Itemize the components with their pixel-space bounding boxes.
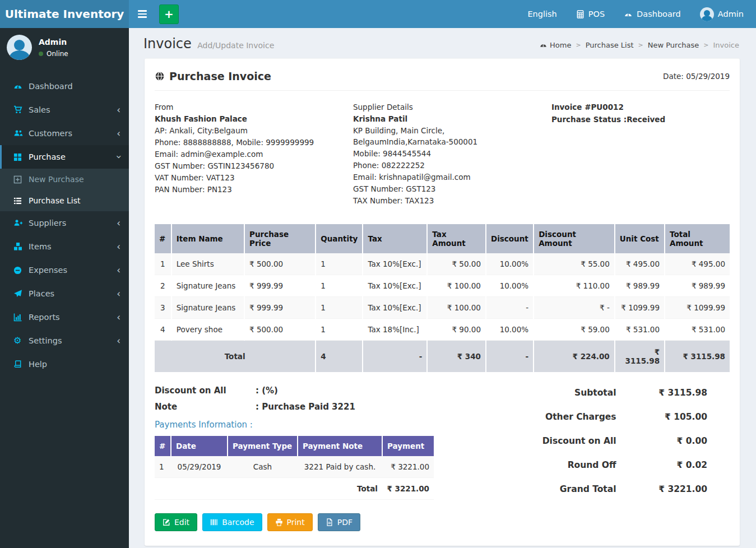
sidebar-item-dashboard[interactable]: Dashboard xyxy=(0,75,129,98)
online-dot-icon xyxy=(39,52,43,56)
sidebar-item-expenses[interactable]: Expenses ‹ xyxy=(0,258,129,282)
breadcrumb-current: Invoice xyxy=(713,41,739,49)
discount-on-all-row: Discount on All : (%) xyxy=(155,386,488,396)
sidebar-item-purchase[interactable]: Purchase ‹ xyxy=(0,145,129,169)
summary-other-charges: Other Charges ₹ 105.00 xyxy=(521,412,707,422)
table-row: 1 05/29/2019 Cash 3221 Paid by cash. ₹ 3… xyxy=(155,456,434,478)
sidebar-item-suppliers[interactable]: Suppliers ‹ xyxy=(0,211,129,235)
avatar xyxy=(7,35,32,60)
payments-table: # Date Payment Type Payment Note Payment… xyxy=(155,436,434,500)
supplier-block: Supplier Details Krishna Patil KP Buildi… xyxy=(353,102,551,207)
table-row: 4 Povery shoe ₹ 500.00 1 Tax 18%[Inc.] ₹… xyxy=(155,318,730,340)
sidebar-item-items[interactable]: Items ‹ xyxy=(0,235,129,258)
from-block: From Khush Fashion Palace AP: Ankali, Ci… xyxy=(155,102,353,207)
user-panel: Admin Online xyxy=(0,28,129,67)
users-icon xyxy=(13,129,29,138)
avatar xyxy=(700,7,714,21)
barcode-button[interactable]: Barcode xyxy=(202,513,262,531)
summary-subtotal: Subtotal ₹ 3115.98 xyxy=(521,388,707,398)
page-subtitle: Add/Update Invoice xyxy=(197,41,274,50)
sidebar-item-sales[interactable]: Sales ‹ xyxy=(0,98,129,122)
page-title: Invoice xyxy=(143,36,192,52)
breadcrumb-home[interactable]: Home xyxy=(540,41,571,49)
table-row: 3 Signature Jeans ₹ 999.99 1 Tax 10%[Exc… xyxy=(155,296,730,318)
chevron-left-icon: ‹ xyxy=(117,107,120,113)
invoice-meta-block: Invoice #PU0012 Purchase Status :Receive… xyxy=(551,102,730,207)
invoice-title: Purchase Invoice xyxy=(155,70,271,82)
breadcrumb-new-purchase[interactable]: New Purchase xyxy=(648,41,699,49)
divider xyxy=(155,90,730,91)
invoice-number: Invoice #PU0012 xyxy=(551,102,718,113)
summary-round-off: Round Off ₹ 0.02 xyxy=(521,460,707,470)
chevron-left-icon: ‹ xyxy=(117,338,120,343)
breadcrumb-purchase-list[interactable]: Purchase List xyxy=(586,41,634,49)
chevron-left-icon: ‹ xyxy=(117,291,120,296)
speedometer-icon xyxy=(13,82,29,91)
brand-logo[interactable]: Ultimate Inventory xyxy=(0,0,129,28)
sidebar-item-purchase-list[interactable]: Purchase List xyxy=(0,190,129,211)
edit-button[interactable]: Edit xyxy=(155,513,197,531)
grid-icon xyxy=(13,153,29,161)
bar-chart-icon xyxy=(13,313,29,322)
breadcrumb-separator: > xyxy=(703,41,708,49)
cart-icon xyxy=(13,105,29,114)
calculator-icon xyxy=(576,10,585,18)
chevron-down-icon: ‹ xyxy=(116,155,122,159)
summary-grand-total: Grand Total ₹ 3221.00 xyxy=(521,484,707,494)
list-icon xyxy=(13,197,29,205)
globe-icon xyxy=(155,71,165,81)
sidebar-item-new-purchase[interactable]: New Purchase xyxy=(0,169,129,190)
barcode-icon xyxy=(210,518,218,526)
print-button[interactable]: Print xyxy=(267,513,313,531)
payments-total-row: Total ₹ 3221.00 xyxy=(155,477,434,499)
sidebar-item-reports[interactable]: Reports ‹ xyxy=(0,305,129,329)
sidebar-item-help[interactable]: Help xyxy=(0,352,129,376)
dashboard-link[interactable]: Dashboard xyxy=(624,10,681,18)
summary-panel: Subtotal ₹ 3115.98 Other Charges ₹ 105.0… xyxy=(521,386,730,531)
printer-icon xyxy=(275,518,283,526)
user-status[interactable]: Online xyxy=(39,50,68,58)
table-row: 2 Signature Jeans ₹ 999.99 1 Tax 10%[Exc… xyxy=(155,275,730,296)
pdf-button[interactable]: PDF xyxy=(318,513,360,531)
payments-heading: Payments Information : xyxy=(155,420,488,430)
paper-plane-icon xyxy=(13,289,29,298)
breadcrumb-separator: > xyxy=(638,41,643,49)
top-navbar: Ultimate Inventory + English POS Dashboa… xyxy=(0,0,756,28)
from-name: Khush Fashion Palace xyxy=(155,114,342,125)
purchase-submenu: New Purchase Purchase List xyxy=(0,169,129,211)
user-menu[interactable]: Admin xyxy=(700,7,744,21)
payments-header-row: # Date Payment Type Payment Note Payment xyxy=(155,436,434,456)
content-area: Invoice Add/Update Invoice Home > Purcha… xyxy=(129,28,756,546)
sidebar-toggle-icon[interactable] xyxy=(129,10,156,18)
cubes-icon xyxy=(13,242,29,251)
plus-square-icon xyxy=(13,175,29,184)
sidebar-item-customers[interactable]: Customers ‹ xyxy=(0,122,129,145)
home-dashboard-icon xyxy=(540,41,547,49)
breadcrumb-separator: > xyxy=(576,41,581,49)
user-plus-icon xyxy=(13,219,29,227)
note-row: Note : Purchase Paid 3221 xyxy=(155,402,488,412)
invoice-date: Date: 05/29/2019 xyxy=(663,72,730,81)
user-name: Admin xyxy=(39,38,68,47)
sidebar: Admin Online Dashboard Sales ‹ Customers xyxy=(0,28,129,548)
gear-icon: ⚙ xyxy=(13,337,29,345)
quick-add-button[interactable]: + xyxy=(159,4,179,24)
chevron-left-icon: ‹ xyxy=(117,267,120,273)
items-total-row: Total 4 - ₹ 340 - ₹ 224.00 ₹ 3115.98 ₹ 3… xyxy=(155,340,730,372)
chevron-left-icon: ‹ xyxy=(117,131,120,136)
pencil-icon xyxy=(163,518,170,526)
minus-circle-icon xyxy=(13,266,29,275)
invoice-panel: Purchase Invoice Date: 05/29/2019 From K… xyxy=(145,58,740,546)
dashboard-icon xyxy=(624,10,633,18)
items-table: # Item Name Purchase Price Quantity Tax … xyxy=(155,224,730,372)
pos-link[interactable]: POS xyxy=(576,10,605,18)
table-row: 1 Lee Shirts ₹ 500.00 1 Tax 10%[Exc.] ₹ … xyxy=(155,253,730,275)
purchase-status: Purchase Status :Received xyxy=(551,114,718,126)
summary-discount-on-all: Discount on All ₹ 0.00 xyxy=(521,436,707,446)
sidebar-item-places[interactable]: Places ‹ xyxy=(0,282,129,305)
chevron-left-icon: ‹ xyxy=(117,314,120,320)
language-menu[interactable]: English xyxy=(527,10,556,18)
items-header-row: # Item Name Purchase Price Quantity Tax … xyxy=(155,224,730,253)
sidebar-item-settings[interactable]: ⚙ Settings ‹ xyxy=(0,329,129,352)
breadcrumb: Home > Purchase List > New Purchase > In… xyxy=(540,41,739,52)
